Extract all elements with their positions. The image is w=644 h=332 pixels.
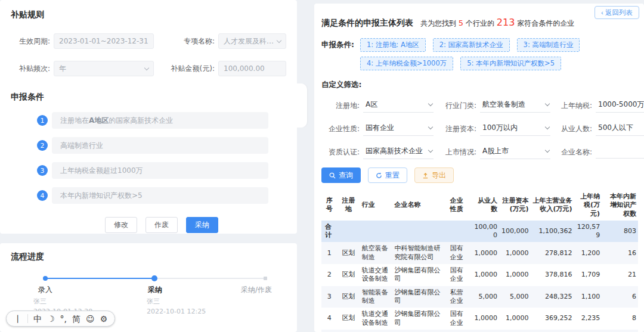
company-count: 213 bbox=[497, 17, 515, 28]
condition-tag: 1: 注册地: A地区 bbox=[360, 38, 426, 52]
chevron-down-icon bbox=[545, 125, 550, 129]
refresh-icon bbox=[376, 172, 382, 179]
rules-title: 补贴规则 bbox=[11, 10, 286, 20]
step-operator: 张三 bbox=[147, 297, 206, 307]
amount-input[interactable]: 100,000.00 bbox=[218, 61, 286, 76]
filter-label-capital: 注册资本: bbox=[437, 124, 476, 134]
step-label-entry: 录入 bbox=[38, 285, 52, 295]
condition-number-badge: 2 bbox=[37, 140, 48, 151]
col-header: 序号 bbox=[321, 190, 337, 221]
chevron-down-icon bbox=[428, 148, 433, 153]
col-header: 本年内新增知识产权数 bbox=[602, 190, 638, 221]
reset-button[interactable]: 重置 bbox=[368, 167, 407, 183]
filter-label-region: 注册地: bbox=[321, 101, 360, 111]
invalidate-button[interactable]: 作废 bbox=[145, 217, 178, 233]
filter-select-region[interactable]: A区 bbox=[363, 98, 434, 113]
chevron-down-icon bbox=[277, 38, 281, 42]
search-icon bbox=[329, 172, 336, 179]
effective-period-input[interactable]: 2023-01-01~2023-12-31 bbox=[54, 33, 154, 49]
conditions-title: 申报条件 bbox=[11, 92, 286, 103]
filter-label-listing: 上市情况: bbox=[437, 147, 476, 157]
filter-label-ownership: 企业性质: bbox=[321, 124, 360, 134]
filter-select-capital[interactable]: 100万以内 bbox=[480, 122, 550, 136]
eligible-entities-card: ‹ 返回列表 满足条件的申报主体列表 共为您找到 5 个行业的 213 家符合条… bbox=[314, 4, 644, 332]
col-header: 行业 bbox=[360, 190, 393, 221]
special-name-select[interactable]: 人才发展及科技创新专项（知识产权专... bbox=[218, 33, 286, 49]
table-row[interactable]: 5 区划 智能装备制造 沙钢集团有限公司 私营企业 5,000 5,000 27… bbox=[321, 330, 638, 332]
adopt-button[interactable]: 采纳 bbox=[186, 217, 218, 233]
table-row[interactable]: 3 区划 智能装备制造 沙钢集团有限公司 私营企业 5,000 5,000 24… bbox=[321, 286, 638, 308]
filter-label-company-name: 企业名称: bbox=[554, 147, 592, 157]
result-title-row: 满足条件的申报主体列表 共为您找到 5 个行业的 213 家符合条件的企业 bbox=[321, 17, 638, 29]
ime-settings-gear-icon[interactable]: ⚙ bbox=[100, 315, 108, 323]
progress-title: 流程进度 bbox=[11, 252, 286, 262]
condition-item: 1 注册地在A地区的国家高新技术企业 bbox=[37, 112, 268, 129]
condition-item: 4 本年内新增知识产权数>5 bbox=[37, 187, 268, 204]
step-operator: 张三 bbox=[33, 297, 92, 307]
table-total-row: 合计 100,000 100,000 1,100,362 120,579 803 bbox=[321, 221, 638, 243]
back-to-list-button[interactable]: ‹ 返回列表 bbox=[595, 6, 639, 19]
special-name-label: 专项名称: bbox=[157, 36, 215, 46]
step-dot-final bbox=[264, 277, 267, 280]
step-meta-adopt: 张三 2022-10-01 12:25 bbox=[147, 297, 206, 317]
modify-button[interactable]: 修改 bbox=[105, 217, 137, 233]
ime-cursor: 丨 bbox=[14, 315, 22, 323]
col-header: 上年主营业务收入(万元) bbox=[531, 190, 574, 221]
filter-select-industry[interactable]: 航空装备制造 bbox=[480, 98, 550, 113]
condition-item: 2 高端制造行业 bbox=[37, 137, 268, 154]
declare-conditions-label: 申报条件: bbox=[321, 40, 354, 70]
filter-select-ownership[interactable]: 国有企业 bbox=[363, 122, 434, 136]
step-label-adopt: 采纳 bbox=[148, 285, 162, 295]
export-button[interactable]: 导出 bbox=[414, 167, 454, 183]
ime-punctuation-toggle[interactable]: °, bbox=[60, 315, 67, 323]
ime-simplified-toggle[interactable]: 简 bbox=[72, 315, 80, 323]
ime-halfwidth-moon-icon[interactable]: ☽ bbox=[47, 315, 55, 323]
filter-select-qualification[interactable]: 国家高新技术企业 bbox=[363, 145, 434, 159]
table-row[interactable]: 1 区划 航空装备制造 中科智能制造研究院有限公司 国有企业 1,0000 1,… bbox=[321, 242, 638, 264]
result-summary: 共为您找到 5 个行业的 213 家符合条件的企业 bbox=[420, 17, 574, 29]
condition-tag: 5: 本年内新增知识产权数>5 bbox=[460, 57, 561, 70]
filter-select-listing[interactable]: A股上市 bbox=[480, 145, 550, 159]
filter-select-employees[interactable]: 500人以下 bbox=[596, 122, 644, 136]
filter-actions: 查询 重置 导出 bbox=[321, 167, 638, 183]
ime-lang-toggle[interactable]: 中 bbox=[33, 315, 42, 323]
amount-label: 补贴金额(元): bbox=[157, 64, 215, 74]
chevron-down-icon bbox=[428, 125, 433, 129]
export-icon bbox=[422, 172, 429, 179]
filter-label-tax: 上年纳税: bbox=[554, 101, 592, 111]
panel-collapse-handle[interactable] bbox=[296, 83, 307, 128]
chevron-down-icon bbox=[428, 101, 433, 106]
entities-table: 序号 注册地 行业 企业名称 企业性质 从业人数 注册资本(万元) 上年主营业务… bbox=[321, 190, 638, 332]
filter-select-tax[interactable]: 1000-5000万 bbox=[596, 98, 644, 113]
table-row[interactable]: 2 区划 轨道交通设备制造 沙钢集团有限公司 国有企业 1,0000 1,000… bbox=[321, 264, 638, 286]
company-name-input[interactable] bbox=[598, 147, 644, 156]
filter-label-industry: 行业门类: bbox=[437, 101, 476, 111]
ime-toolbar[interactable]: 丨 中 ☽ °, 简 ☺ ⚙ bbox=[6, 311, 115, 327]
filter-company-name-input-wrap bbox=[596, 146, 644, 159]
col-header: 从业人数 bbox=[470, 190, 499, 221]
subsidy-rules-card: 补贴规则 生效周期: 2023-01-01~2023-12-31 专项名称: 人… bbox=[0, 0, 297, 234]
chevron-down-icon bbox=[144, 65, 149, 70]
condition-tag: 4: 上年纳税金额>1000万 bbox=[360, 57, 453, 70]
ime-emoji-icon[interactable]: ☺ bbox=[86, 315, 95, 323]
col-header: 企业性质 bbox=[448, 190, 470, 221]
rules-form: 生效周期: 2023-01-01~2023-12-31 专项名称: 人才发展及科… bbox=[11, 33, 286, 76]
frequency-select[interactable]: 年 bbox=[54, 61, 154, 76]
col-header: 注册资本(万元) bbox=[499, 190, 531, 221]
filter-label-qualification: 资质认证: bbox=[321, 147, 360, 157]
frequency-label: 补贴频次: bbox=[11, 64, 50, 74]
col-header: 上年纳税(万元) bbox=[574, 190, 602, 221]
table-header-row: 序号 注册地 行业 企业名称 企业性质 从业人数 注册资本(万元) 上年主营业务… bbox=[321, 190, 638, 221]
step-dot-entry bbox=[43, 276, 48, 281]
condition-item: 3 上年纳税金额超过1000万 bbox=[37, 162, 268, 179]
declare-conditions-row: 申报条件: 1: 注册地: A地区 2: 国家高新技术企业 3: 高端制造行业 … bbox=[321, 38, 638, 70]
step-label-final: 采纳/作废 bbox=[241, 285, 272, 295]
search-button[interactable]: 查询 bbox=[321, 167, 361, 183]
filter-grid: 注册地: A区 行业门类: 航空装备制造 上年纳税: 1000-5000万 企业… bbox=[321, 98, 638, 159]
stepper-line-done bbox=[45, 278, 154, 279]
condition-text: 注册地在A地区的国家高新技术企业 bbox=[52, 112, 268, 129]
conditions-list: 1 注册地在A地区的国家高新技术企业 2 高端制造行业 3 上年纳税金额超过10… bbox=[11, 112, 286, 204]
filter-label-employees: 从业人数: bbox=[554, 124, 592, 134]
condition-text: 上年纳税金额超过1000万 bbox=[52, 162, 268, 179]
table-row[interactable]: 4 区划 轨道交通设备制造 沙钢集团有限公司 国有企业 1,0000 1,000… bbox=[321, 308, 638, 330]
